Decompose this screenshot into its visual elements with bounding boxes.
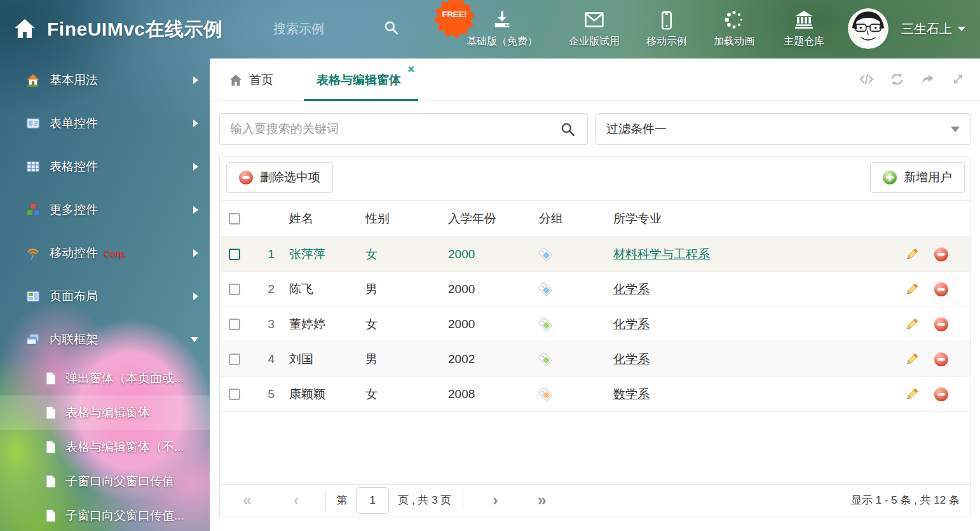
sidebar-nav: 基本用法 表单控件 表格控件 更多控件 bbox=[0, 59, 210, 531]
refresh-icon[interactable] bbox=[889, 71, 905, 87]
sidebar-subitem-grid-edit-window[interactable]: 表格与编辑窗体 bbox=[0, 396, 210, 430]
table-row[interactable]: 5 康颖颖 女 2008 数学系 bbox=[220, 377, 970, 412]
house-icon bbox=[25, 72, 41, 88]
grid-panel: 删除选中项 新增用户 姓名 性别 入学年份 分组 所学专业 1 张萍萍 bbox=[219, 156, 970, 516]
tag-icon bbox=[538, 317, 553, 332]
sidebar-item-grid-controls[interactable]: 表格控件 bbox=[0, 145, 210, 188]
sidebar-subitem-child-to-parent[interactable]: 子窗口向父窗口传值 bbox=[0, 464, 210, 499]
row-number: 5 bbox=[239, 387, 275, 401]
nav-label: 基础版（免费） bbox=[454, 35, 550, 48]
document-icon bbox=[44, 372, 57, 385]
active-tab-underline bbox=[304, 99, 418, 101]
sidebar-item-more-controls[interactable]: 更多控件 bbox=[0, 188, 210, 231]
row-number: 2 bbox=[239, 282, 275, 296]
cell-name: 董婷婷 bbox=[289, 316, 325, 333]
table-header-row: 姓名 性别 入学年份 分组 所学专业 bbox=[220, 201, 970, 237]
sidebar-subitem-label: 子窗口向父窗口传值... bbox=[65, 507, 184, 524]
cell-gender: 男 bbox=[365, 281, 378, 298]
sidebar-subitem-grid-edit-window-2[interactable]: 表格与编辑窗体（不... bbox=[0, 430, 210, 464]
tab-home[interactable]: 首页 bbox=[229, 72, 273, 88]
major-link[interactable]: 数学系 bbox=[613, 386, 650, 403]
sidebar-item-label: 表单控件 bbox=[50, 115, 98, 132]
page-number-input[interactable] bbox=[356, 487, 389, 514]
user-menu[interactable]: 三生石上 bbox=[901, 20, 965, 38]
minus-circle-icon bbox=[239, 170, 253, 184]
sidebar-item-label: 表格控件 bbox=[50, 158, 98, 175]
delete-row-icon[interactable] bbox=[934, 282, 948, 296]
tag-icon bbox=[538, 282, 553, 297]
edit-pencil-icon[interactable] bbox=[905, 387, 919, 401]
sidebar-item-label: 页面布局 bbox=[50, 288, 98, 305]
table-row[interactable]: 2 陈飞 男 2000 化学系 bbox=[220, 272, 970, 307]
cell-name: 刘国 bbox=[289, 351, 313, 368]
divider bbox=[463, 491, 463, 510]
header-search-input[interactable] bbox=[273, 18, 374, 39]
expand-icon[interactable] bbox=[950, 71, 966, 87]
delete-row-icon[interactable] bbox=[934, 247, 948, 261]
sidebar-subitem-popup-window[interactable]: 弹出窗体（本页面或... bbox=[0, 361, 210, 396]
sidebar-item-page-layout[interactable]: 页面布局 bbox=[0, 275, 210, 318]
tag-icon bbox=[538, 387, 553, 402]
major-link[interactable]: 化学系 bbox=[613, 316, 650, 333]
next-page-button[interactable]: › bbox=[493, 492, 498, 508]
chevron-right-icon bbox=[193, 163, 198, 170]
prev-page-button[interactable]: ‹ bbox=[294, 492, 299, 508]
sidebar-item-basic-usage[interactable]: 基本用法 bbox=[0, 59, 210, 102]
add-user-button[interactable]: 新增用户 bbox=[870, 162, 965, 193]
table-row[interactable]: 1 张萍萍 女 2000 材料科学与工程系 bbox=[220, 237, 970, 272]
chevron-down-icon bbox=[951, 127, 960, 132]
sidebar-subitem-label: 表格与编辑窗体 bbox=[65, 404, 150, 421]
chevron-right-icon bbox=[193, 249, 198, 257]
edit-pencil-icon[interactable] bbox=[905, 352, 919, 366]
home-icon[interactable] bbox=[13, 17, 37, 41]
table-row[interactable]: 3 董婷婷 女 2000 化学系 bbox=[220, 307, 970, 342]
sidebar-item-label: 基本用法 bbox=[50, 72, 98, 88]
chevron-down-icon bbox=[191, 337, 198, 342]
delete-selected-button[interactable]: 删除选中项 bbox=[226, 162, 333, 193]
keyword-search-input[interactable] bbox=[219, 113, 588, 145]
first-page-button[interactable]: « bbox=[243, 492, 252, 508]
avatar[interactable] bbox=[848, 8, 888, 49]
chevron-right-icon bbox=[193, 120, 198, 127]
mobile-controls-text: 移动控件 bbox=[50, 246, 98, 259]
close-icon[interactable]: × bbox=[407, 63, 414, 76]
major-link[interactable]: 化学系 bbox=[613, 351, 650, 368]
sidebar-item-mobile-controls[interactable]: 移动控件Corp. bbox=[0, 231, 210, 275]
delete-row-icon[interactable] bbox=[934, 387, 948, 401]
top-header: FineUIMvc在线示例 FREE! 基础版（免费） 企业版试用 移动示例 bbox=[0, 0, 980, 59]
filter-dropdown[interactable]: 过滤条件一 bbox=[595, 113, 970, 145]
sidebar-subitem-child-to-parent-2[interactable]: 子窗口向父窗口传值... bbox=[0, 499, 210, 531]
search-icon[interactable] bbox=[383, 19, 399, 36]
row-number: 3 bbox=[239, 317, 275, 331]
app-title: FineUIMvc在线示例 bbox=[47, 17, 223, 43]
last-page-button[interactable]: » bbox=[538, 492, 547, 508]
home-icon bbox=[229, 73, 243, 87]
sidebar-item-form-controls[interactable]: 表单控件 bbox=[0, 102, 210, 145]
sidebar-item-iframe[interactable]: 内联框架 bbox=[0, 318, 210, 361]
delete-row-icon[interactable] bbox=[934, 317, 948, 331]
tab-grid-edit-window[interactable]: 表格与编辑窗体 × bbox=[304, 59, 418, 100]
column-header-year: 入学年份 bbox=[448, 210, 496, 227]
delete-row-icon[interactable] bbox=[934, 352, 948, 366]
cell-gender: 女 bbox=[365, 386, 378, 403]
edit-pencil-icon[interactable] bbox=[905, 317, 919, 331]
major-link[interactable]: 化学系 bbox=[613, 281, 650, 298]
chevron-right-icon bbox=[193, 76, 198, 84]
edit-pencil-icon[interactable] bbox=[905, 247, 919, 261]
share-icon[interactable] bbox=[920, 71, 936, 87]
username: 三生石上 bbox=[901, 20, 952, 38]
nav-theme-repo[interactable]: 主题仓库 bbox=[756, 8, 852, 48]
tab-toolbar bbox=[859, 71, 966, 87]
cell-name: 陈飞 bbox=[289, 281, 313, 298]
major-link[interactable]: 材料科学与工程系 bbox=[613, 246, 710, 263]
app-window: FineUIMvc在线示例 FREE! 基础版（免费） 企业版试用 移动示例 bbox=[0, 0, 980, 531]
source-code-icon[interactable] bbox=[859, 71, 875, 87]
chevron-right-icon bbox=[193, 293, 198, 300]
corp-badge: Corp. bbox=[104, 248, 127, 259]
select-all-checkbox[interactable] bbox=[229, 213, 240, 224]
edit-pencil-icon[interactable] bbox=[905, 282, 919, 296]
record-count-summary: 显示 1 - 5 条 , 共 12 条 bbox=[851, 493, 960, 507]
search-icon[interactable] bbox=[559, 121, 576, 137]
layout-icon bbox=[25, 289, 41, 304]
table-row[interactable]: 4 刘国 男 2002 化学系 bbox=[220, 342, 970, 377]
